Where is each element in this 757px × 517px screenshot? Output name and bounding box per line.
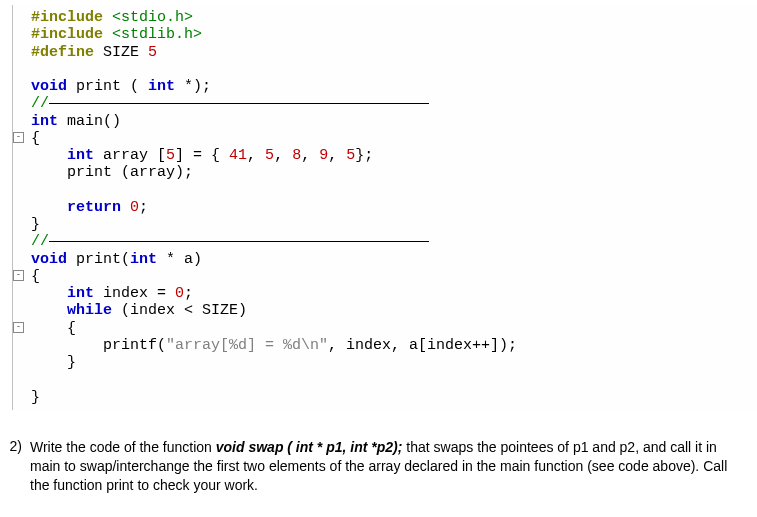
code-line: printf("array[%d] = %d\n", index, a[inde…	[13, 337, 757, 354]
keyword: int	[130, 251, 157, 268]
header-name: <stdlib.h>	[103, 26, 202, 43]
keyword: void	[31, 251, 67, 268]
code-line: #define SIZE 5	[13, 44, 757, 61]
text-caret-line	[49, 241, 429, 242]
macro-name: SIZE	[94, 44, 139, 61]
code-line: void print(int * a)	[13, 251, 757, 268]
code-line: return 0;	[13, 199, 757, 216]
fold-icon[interactable]: -	[13, 322, 24, 333]
text-caret-line	[49, 103, 429, 104]
brace-line: }	[13, 389, 757, 406]
code-line: #include <stdlib.h>	[13, 26, 757, 43]
brace-line: }	[13, 216, 757, 233]
keyword: int	[67, 147, 94, 164]
keyword: while	[67, 302, 112, 319]
keyword: int	[31, 113, 58, 130]
code-line: int index = 0;	[13, 285, 757, 302]
blank-line	[13, 182, 757, 199]
fold-icon[interactable]: -	[13, 132, 24, 143]
preproc: #define	[31, 44, 94, 61]
preproc: #include	[31, 26, 103, 43]
header-name: <stdio.h>	[103, 9, 193, 26]
brace-line: }	[13, 354, 757, 371]
brace-line: - {	[13, 320, 757, 337]
code-line: void print ( int *);	[13, 78, 757, 95]
code-line: print (array);	[13, 164, 757, 181]
comment-line: //	[13, 95, 757, 112]
question-number: 2)	[0, 438, 30, 495]
function-signature: void swap ( int * p1, int *p2);	[216, 439, 403, 455]
code-line: #include <stdio.h>	[13, 9, 757, 26]
code-line: int main()	[13, 113, 757, 130]
keyword: int	[148, 78, 175, 95]
question-block: 2) Write the code of the function void s…	[0, 430, 757, 503]
brace-line: -{	[13, 268, 757, 285]
comment-line: //	[13, 233, 757, 250]
keyword: int	[67, 285, 94, 302]
code-block: #include <stdio.h> #include <stdlib.h> #…	[12, 5, 757, 410]
code-line: while (index < SIZE)	[13, 302, 757, 319]
blank-line	[13, 371, 757, 388]
brace-line: -{	[13, 130, 757, 147]
code-line: int array [5] = { 41, 5, 8, 9, 5};	[13, 147, 757, 164]
preproc: #include	[31, 9, 103, 26]
string-literal: "array[%d] = %d\n"	[166, 337, 328, 354]
fold-icon[interactable]: -	[13, 270, 24, 281]
keyword: return	[67, 199, 121, 216]
number: 5	[139, 44, 157, 61]
question-text: Write the code of the function void swap…	[30, 438, 739, 495]
keyword: void	[31, 78, 67, 95]
blank-line	[13, 61, 757, 78]
